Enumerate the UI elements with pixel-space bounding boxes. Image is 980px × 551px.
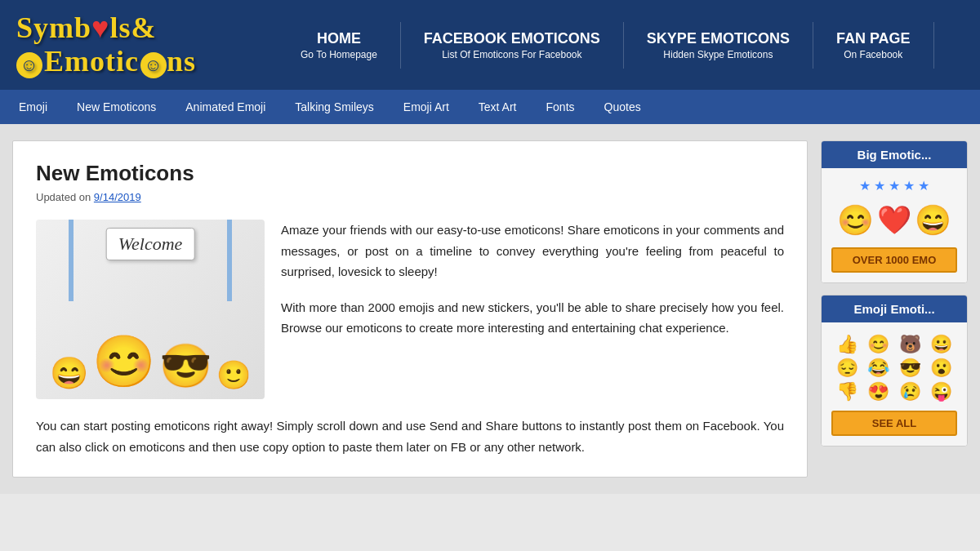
big-emoticons-card: Big Emotic... ★ ★ ★ ★ ★ 😊 ❤️ 😄 OVER 1000… (821, 140, 968, 283)
emoji-face-large-center: 😊 (92, 332, 155, 391)
tab-bar: Emoji New Emoticons Animated Emoji Talki… (0, 90, 980, 124)
big-emoti-preview: 😊 ❤️ 😄 (828, 197, 960, 244)
tab-talking-smileys[interactable]: Talking Smileys (280, 92, 388, 122)
emoji-grid-item[interactable]: 😜 (927, 381, 956, 402)
emoji-grid-item[interactable]: 👎 (833, 381, 862, 402)
emoji-grid-item[interactable]: 😢 (896, 381, 924, 402)
welcome-image: Welcome 😄 😊 😎 🙂 (36, 220, 265, 399)
emoji-grid-item[interactable]: 😀 (927, 334, 956, 355)
big-emoticons-header: Big Emotic... (822, 141, 967, 168)
big-emoti-face1: 😊 (837, 203, 874, 238)
top-nav: Symb♥ls& ☺Emotic☺ns HOME Go To Homepage … (0, 0, 980, 90)
content-wrapper: New Emoticons Updated on 9/14/2019 Welco… (0, 124, 980, 494)
logo-area[interactable]: Symb♥ls& ☺Emotic☺ns (0, 3, 278, 87)
emoji-face-small-left: 😄 (50, 355, 88, 391)
main-content: New Emoticons Updated on 9/14/2019 Welco… (12, 140, 808, 478)
updated-date-link[interactable]: 9/14/2019 (94, 191, 141, 203)
nav-skype-emoticons[interactable]: SKYPE EMOTICONS Hidden Skype Emoticons (624, 22, 813, 69)
tab-animated-emoji[interactable]: Animated Emoji (171, 92, 280, 122)
welcome-banner: Welcome (106, 228, 195, 260)
emoji-emoticons-card: Emoji Emoti... 👍 😊 🐻 😀 😔 😂 😎 😮 👎 😍 😢 😜 (821, 295, 968, 447)
emoji-group: 😄 😊 😎 🙂 (50, 332, 251, 391)
emoji-grid-item[interactable]: 😊 (864, 334, 893, 355)
updated-text: Updated on 9/14/2019 (36, 191, 784, 203)
see-all-button[interactable]: SEE ALL (831, 411, 957, 436)
article-para3: You can start posting emoticons right aw… (36, 415, 784, 457)
article-para2: With more than 2000 emojis and new stick… (281, 297, 784, 339)
article-para1: Amaze your friends with our easy-to-use … (281, 220, 784, 282)
over-1000-button[interactable]: OVER 1000 EMO (831, 247, 957, 273)
emoji-grid-item[interactable]: 😍 (864, 381, 893, 402)
article-paragraphs: Amaze your friends with our easy-to-use … (281, 220, 784, 399)
bottom-text: You can start posting emoticons right aw… (36, 415, 784, 457)
emoji-face-medium-right: 😎 (159, 341, 212, 391)
banner-pole-left (69, 220, 74, 301)
nav-fan-page[interactable]: FAN PAGE On Facebook (813, 22, 934, 69)
tab-text-art[interactable]: Text Art (464, 92, 532, 122)
emoji-grid-item[interactable]: 😮 (927, 358, 956, 379)
big-emoticons-body: ★ ★ ★ ★ ★ 😊 ❤️ 😄 OVER 1000 EMO (822, 168, 967, 282)
right-sidebar: Big Emotic... ★ ★ ★ ★ ★ 😊 ❤️ 😄 OVER 1000… (821, 140, 968, 478)
article-body: Welcome 😄 😊 😎 🙂 Amaze your friends with … (36, 220, 784, 399)
big-emoti-face2: 😄 (915, 203, 951, 238)
logo-line1: Symb♥ls& (16, 11, 261, 45)
tab-emoji[interactable]: Emoji (4, 92, 62, 122)
nav-home[interactable]: HOME Go To Homepage (278, 22, 401, 69)
emoji-face-small-right: 🙂 (216, 358, 251, 391)
page-heading: New Emoticons (36, 161, 784, 186)
tab-quotes[interactable]: Quotes (590, 92, 656, 122)
nav-facebook-emoticons[interactable]: FACEBOOK EMOTICONS List Of Emoticons For… (401, 22, 624, 69)
tab-emoji-art[interactable]: Emoji Art (389, 92, 464, 122)
emoji-grid-item[interactable]: 🐻 (896, 334, 924, 355)
banner-pole-right (227, 220, 232, 301)
tab-fonts[interactable]: Fonts (532, 92, 590, 122)
big-emoti-heart: ❤️ (877, 203, 911, 238)
emoji-grid-item[interactable]: 😂 (864, 358, 893, 379)
nav-links: HOME Go To Homepage FACEBOOK EMOTICONS L… (278, 22, 980, 69)
emoji-emoticons-body: 👍 😊 🐻 😀 😔 😂 😎 😮 👎 😍 😢 😜 SEE ALL (822, 322, 967, 446)
emoji-grid-item[interactable]: 😎 (896, 358, 924, 379)
logo-line2: ☺Emotic☺ns (16, 45, 261, 78)
emoji-grid-item[interactable]: 😔 (833, 358, 862, 379)
tab-new-emoticons[interactable]: New Emoticons (62, 92, 171, 122)
emoji-grid: 👍 😊 🐻 😀 😔 😂 😎 😮 👎 😍 😢 😜 (828, 329, 960, 407)
stars-decoration: ★ ★ ★ ★ ★ (828, 175, 960, 197)
emoji-grid-item[interactable]: 👍 (833, 334, 862, 355)
emoji-emoticons-header: Emoji Emoti... (822, 295, 967, 322)
